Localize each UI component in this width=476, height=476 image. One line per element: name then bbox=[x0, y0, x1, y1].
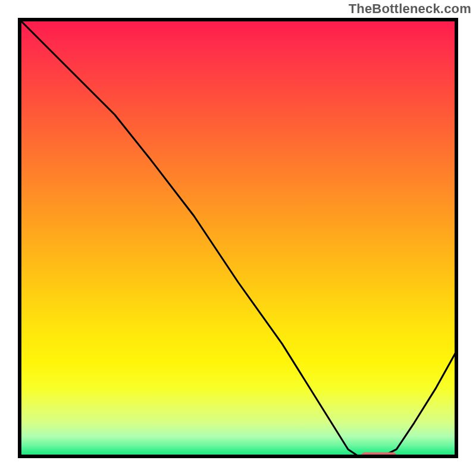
bottleneck-curve-path bbox=[18, 18, 458, 458]
plot-area bbox=[18, 18, 458, 458]
watermark-text: TheBottleneck.com bbox=[349, 1, 471, 17]
chart-overlay bbox=[18, 18, 458, 458]
optimal-range-marker bbox=[361, 452, 396, 458]
chart-canvas: TheBottleneck.com bbox=[0, 0, 476, 476]
